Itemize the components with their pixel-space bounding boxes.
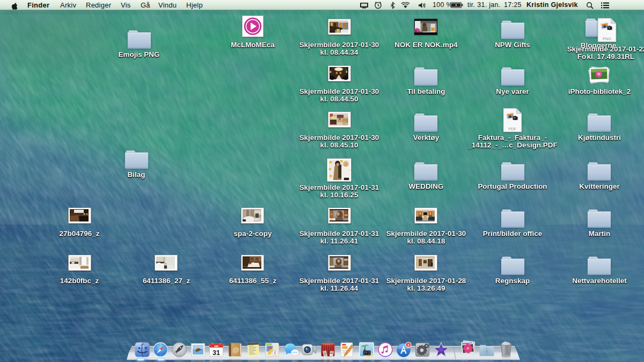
svg-text:JAN: JAN: [214, 345, 218, 348]
svg-text:31: 31: [213, 349, 220, 357]
svg-text:2: 2: [407, 343, 409, 347]
svg-text:PDF: PDF: [509, 127, 517, 131]
svg-text:@: @: [232, 346, 239, 354]
svg-text:31: 31: [213, 359, 220, 362]
svg-text:PNG: PNG: [603, 36, 611, 41]
